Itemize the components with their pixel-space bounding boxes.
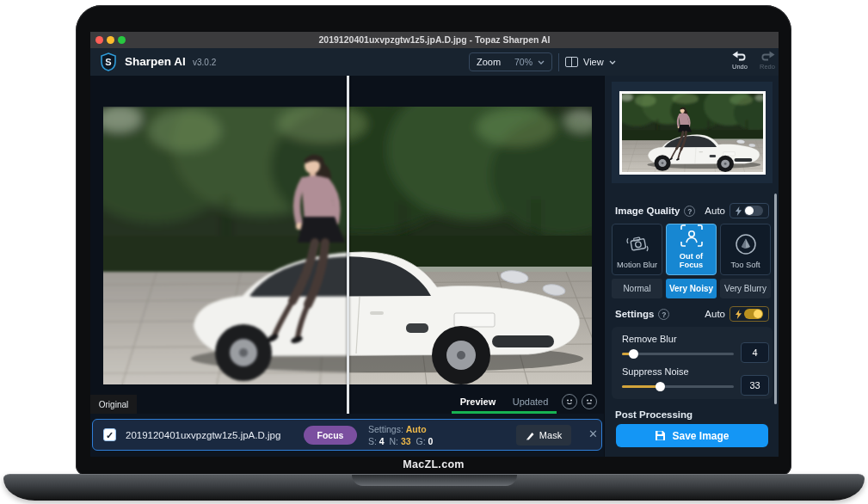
brush-icon — [526, 431, 535, 440]
settings-title: Settings — [615, 309, 654, 319]
chevron-down-icon — [609, 60, 616, 65]
app-name: Sharpen AI — [125, 55, 186, 68]
redo-label: Redo — [754, 63, 779, 71]
mask-label: Mask — [539, 430, 562, 440]
app-screen: 2019120401uxvpzgtw1z5.jpA.D.jpg - Topaz … — [90, 32, 779, 457]
minimize-traffic-light[interactable] — [107, 36, 114, 44]
zoom-value: 70% — [514, 57, 532, 67]
header-divider — [558, 53, 559, 71]
image-quality-row: Image Quality ? Auto — [615, 203, 769, 218]
remove-blur-value[interactable]: 4 — [741, 342, 769, 363]
laptop-lid-notch — [352, 475, 517, 486]
noise-very-noisy-button[interactable]: Very Noisy — [666, 279, 717, 298]
help-icon[interactable]: ? — [684, 206, 695, 217]
save-image-label: Save Image — [672, 430, 729, 442]
remove-blur-slider[interactable] — [622, 353, 734, 355]
view-control[interactable]: View — [565, 52, 616, 71]
navigator-thumbnail[interactable] — [619, 91, 766, 175]
original-label: Original — [90, 395, 137, 414]
zoom-control[interactable]: Zoom 70% — [469, 52, 552, 71]
help-icon[interactable]: ? — [658, 309, 669, 320]
slider-knob[interactable] — [629, 349, 638, 359]
feedback-happy-icon[interactable] — [562, 394, 577, 409]
soft-circle-icon — [735, 233, 757, 255]
suppress-noise-slider[interactable] — [622, 385, 734, 388]
split-view-icon — [565, 57, 578, 67]
panel-scrollbar[interactable] — [774, 194, 777, 404]
sharpen-ai-logo-icon: S — [99, 52, 118, 71]
undo-button[interactable]: Undo — [727, 51, 753, 71]
watermark-text: MacZL.com — [76, 458, 791, 470]
camera-shake-icon — [625, 235, 649, 255]
close-traffic-light[interactable] — [95, 36, 103, 44]
undo-label: Undo — [727, 63, 753, 71]
undo-icon — [732, 51, 748, 62]
view-label: View — [583, 57, 604, 67]
mask-button[interactable]: Mask — [516, 425, 571, 446]
slider-knob[interactable] — [656, 382, 665, 391]
stat-n-key: N: — [390, 436, 399, 446]
right-panel: Image Quality ? Auto Motion Blur — [604, 76, 779, 457]
file-name: 2019120401uxvpzgtw1z5.jpA.D.jpg — [126, 430, 280, 440]
focus-person-icon — [680, 224, 703, 247]
split-divider-handle[interactable] — [347, 76, 349, 414]
chevron-down-icon — [538, 60, 545, 65]
image-quality-title: Image Quality — [615, 206, 680, 216]
tabs-progress-bar — [452, 411, 557, 414]
stat-s-value: 4 — [379, 436, 385, 446]
file-checkbox[interactable]: ✓ — [103, 428, 116, 441]
original-half-overlay — [103, 107, 348, 384]
mode-label: Motion Blur — [617, 261, 657, 269]
suppress-noise-label: Suppress Noise — [622, 366, 689, 377]
svg-text:S: S — [105, 57, 111, 67]
floppy-disk-icon — [655, 430, 666, 441]
settings-value: Auto — [406, 424, 427, 434]
stat-g-value: 0 — [428, 436, 434, 446]
save-image-button[interactable]: Save Image — [616, 424, 768, 447]
navigator-thumbnail-wrap — [612, 82, 773, 183]
remove-blur-label: Remove Blur — [622, 334, 677, 344]
noise-normal-button[interactable]: Normal — [612, 279, 662, 298]
settings-sliders-box: Remove Blur 4 Suppress Noise 33 — [612, 327, 773, 399]
post-processing-title: Post Processing — [615, 409, 693, 420]
file-settings-summary: Settings: Auto S: 4 N: 33 G: 0 — [368, 423, 433, 447]
stat-n-value: 33 — [401, 436, 411, 446]
auto-label: Auto — [705, 206, 725, 216]
window-titlebar: 2019120401uxvpzgtw1z5.jpA.D.jpg - Topaz … — [90, 32, 779, 48]
zoom-label: Zoom — [477, 57, 501, 67]
main-canvas[interactable]: Original Preview Updated — [90, 76, 604, 414]
settings-auto-toggle[interactable] — [729, 306, 769, 322]
mode-out-of-focus-button[interactable]: Out of Focus — [666, 224, 717, 275]
noise-very-blurry-button[interactable]: Very Blurry — [720, 279, 771, 298]
redo-button[interactable]: Redo — [754, 51, 779, 71]
focus-badge: Focus — [304, 426, 357, 445]
file-bar: ✓ 2019120401uxvpzgtw1z5.jpA.D.jpg Focus … — [92, 419, 602, 451]
mode-label: Out of Focus — [667, 252, 716, 269]
app-header: S Sharpen AI v3.0.2 Zoom 70% View Undo — [90, 48, 779, 77]
lightning-bolt-icon — [736, 206, 742, 216]
auto-label: Auto — [705, 309, 725, 319]
suppress-noise-value[interactable]: 33 — [741, 375, 769, 396]
image-quality-auto-toggle[interactable] — [729, 203, 769, 218]
lightning-bolt-icon — [736, 310, 742, 319]
mode-label: Too Soft — [730, 261, 760, 269]
mode-motion-blur-button[interactable]: Motion Blur — [612, 224, 662, 275]
stat-s-key: S: — [368, 436, 377, 446]
maximize-traffic-light[interactable] — [118, 36, 126, 44]
redo-icon — [760, 51, 775, 62]
window-title: 2019120401uxvpzgtw1z5.jpA.D.jpg - Topaz … — [90, 32, 779, 48]
close-icon[interactable]: ✕ — [588, 427, 598, 440]
settings-key: Settings: — [368, 424, 403, 434]
mode-too-soft-button[interactable]: Too Soft — [720, 224, 771, 275]
feedback-neutral-icon[interactable] — [582, 394, 597, 409]
laptop-base — [3, 474, 865, 501]
app-version: v3.0.2 — [193, 58, 216, 67]
settings-row: Settings ? Auto — [615, 306, 769, 322]
stat-g-key: G: — [416, 436, 425, 446]
